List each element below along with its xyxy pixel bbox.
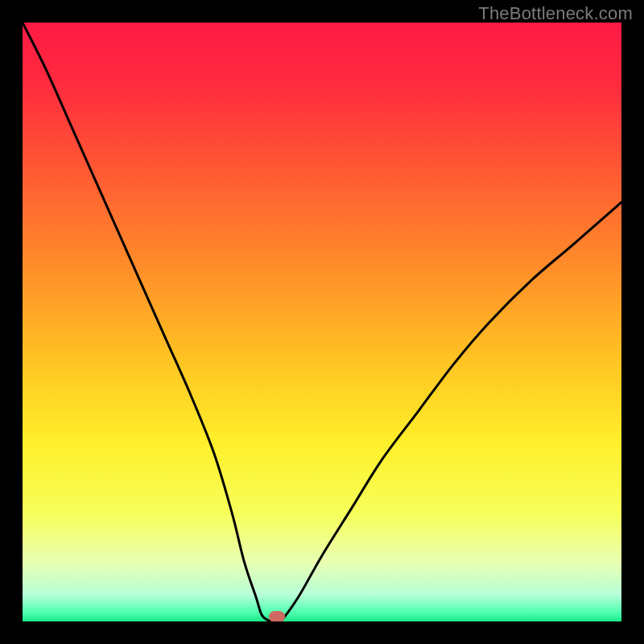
watermark-text: TheBottleneck.com [478, 3, 633, 24]
optimal-point-marker [269, 611, 285, 621]
bottleneck-curve [23, 23, 621, 621]
plot-area [23, 23, 621, 621]
chart-frame: TheBottleneck.com [0, 0, 644, 644]
